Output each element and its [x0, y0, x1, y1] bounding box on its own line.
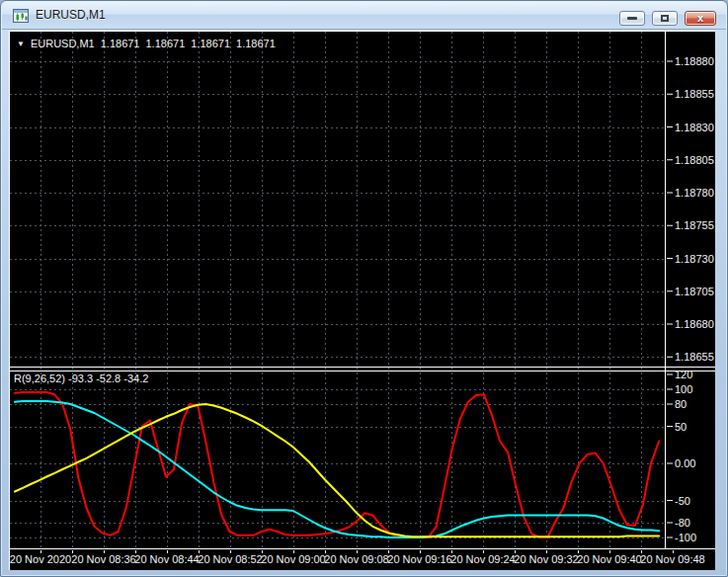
mt4-chart-window: EURUSD,M1 x 1.188801.188551.188301.18805…	[0, 0, 728, 577]
time-tick-label: 20 Nov 09:24	[450, 553, 515, 565]
time-tick-label: 20 Nov 09:08	[324, 553, 388, 565]
time-tick-label: 20 Nov 09:00	[261, 553, 325, 565]
time-tick-label: 20 Nov 2020	[10, 553, 71, 565]
chart-icon	[13, 8, 29, 24]
time-axis[interactable]: 20 Nov 202020 Nov 08:3620 Nov 08:4420 No…	[10, 550, 705, 565]
price-tick-label: 1.18805	[675, 154, 714, 166]
minimize-button[interactable]	[619, 11, 645, 26]
price-tick-label: 1.18730	[675, 253, 714, 265]
indicator-scale-label: 0.00	[675, 457, 695, 469]
time-tick-label: 20 Nov 08:52	[198, 553, 262, 565]
window-controls: x	[619, 11, 716, 26]
time-tick-label: 20 Nov 08:36	[71, 553, 135, 565]
price-tick-label: 1.18655	[675, 351, 714, 363]
price-tick-label: 1.18855	[675, 88, 714, 100]
window-title: EURUSD,M1	[36, 8, 106, 22]
chart-background	[9, 31, 715, 570]
price-tick-label: 1.18705	[675, 286, 714, 297]
price-tick-label: 1.18755	[675, 219, 714, 231]
chart-ohlc-header: ▼ EURUSD,M1 1.18671 1.18671 1.18671 1.18…	[17, 38, 276, 49]
chart-area[interactable]: 1.188801.188551.188301.188051.187801.187…	[9, 31, 715, 570]
indicator-label: R(9,26,52) -93.3 -52.8 -34.2	[14, 372, 148, 384]
indicator-scale-label: -50	[675, 495, 690, 507]
indicator-scale-label: 80	[675, 398, 687, 410]
ohlc-low: 1.18671	[191, 38, 230, 49]
restore-button[interactable]	[652, 11, 678, 26]
ohlc-close: 1.18671	[236, 38, 276, 49]
time-tick-label: 20 Nov 09:48	[640, 553, 704, 565]
indicator-scale-label: -80	[675, 517, 690, 529]
restore-icon	[661, 15, 669, 22]
chart-symbol-label: EURUSD,M1	[31, 38, 95, 49]
price-tick-label: 1.18780	[675, 187, 714, 199]
time-tick-label: 20 Nov 08:44	[134, 553, 199, 565]
symbol-dropdown-arrow[interactable]: ▼	[17, 40, 25, 48]
indicator-scale-label: 100	[675, 383, 692, 395]
price-chart-canvas[interactable]: 1.188801.188551.188301.188051.187801.187…	[9, 31, 715, 570]
time-tick-label: 20 Nov 09:40	[577, 553, 641, 565]
time-tick-label: 20 Nov 09:16	[387, 553, 451, 565]
indicator-scale-label: 50	[675, 421, 687, 433]
indicator-scale-label: -100	[675, 532, 696, 543]
price-tick-label: 1.18880	[675, 55, 714, 67]
close-button[interactable]: x	[685, 11, 716, 26]
indicator-scale-label: 120	[675, 369, 692, 380]
price-tick-label: 1.18830	[675, 122, 714, 133]
ohlc-open: 1.18671	[101, 38, 140, 49]
close-icon: x	[697, 13, 703, 24]
time-tick-label: 20 Nov 09:32	[514, 553, 578, 565]
window-titlebar[interactable]: EURUSD,M1 x	[2, 2, 726, 30]
ohlc-high: 1.18671	[145, 38, 185, 49]
minimize-icon	[627, 17, 637, 20]
price-tick-label: 1.18680	[675, 318, 714, 330]
